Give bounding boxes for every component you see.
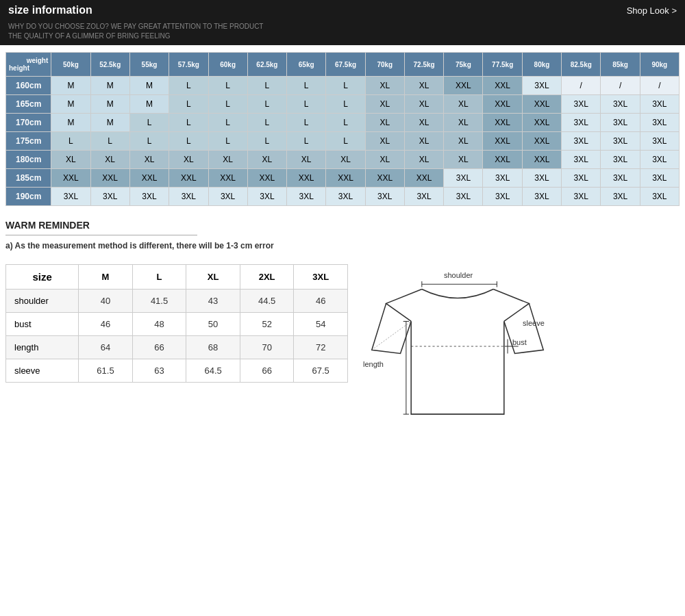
table-row: 160cmMMMLLLLLXLXLXXLXXL3XL/// <box>6 77 680 95</box>
size-cell: 50 <box>186 313 240 336</box>
garment-diagram: shoulder bust length sleeve <box>362 264 553 428</box>
page-title: size information <box>8 4 92 16</box>
size-col-2XL: 2XL <box>240 265 294 290</box>
weight-height-table-wrap: weight height 50kg52.5kg55kg57.5kg60kg62… <box>5 52 680 206</box>
table-row: 170cmMMLLLLLLXLXLXLXXLXXL3XL3XL3XL <box>6 114 680 132</box>
size-cell: 64.5 <box>186 359 240 383</box>
size-cell: 40 <box>79 290 133 313</box>
size-col-3XL: 3XL <box>294 265 348 290</box>
size-cell: 68 <box>186 336 240 359</box>
size-cell: 44.5 <box>240 290 294 313</box>
size-row-label: sleeve <box>6 359 79 383</box>
size-cell: 72 <box>294 336 348 359</box>
size-cell: 61.5 <box>79 359 133 383</box>
size-cell: 54 <box>294 313 348 336</box>
svg-line-9 <box>372 321 411 350</box>
weight-height-table: weight height 50kg52.5kg55kg57.5kg60kg62… <box>5 52 680 206</box>
subtitle: WHY DO YOU CHOOSE ZOLO? WE PAY GREAT ATT… <box>0 21 685 45</box>
size-cell: 70 <box>240 336 294 359</box>
header: size information Shop Look > <box>0 0 685 21</box>
size-cell: 64 <box>79 336 133 359</box>
size-table-row: length6466687072 <box>6 336 348 359</box>
size-row-label: bust <box>6 313 79 336</box>
size-col-L: L <box>132 265 186 290</box>
table-row: 185cmXXLXXLXXLXXLXXLXXLXXLXXLXXLXXL3XL3X… <box>6 169 680 188</box>
size-table-row: shoulder4041.54344.546 <box>6 290 348 313</box>
warm-reminder-title: WARM REMINDER <box>5 220 197 235</box>
size-row-label: shoulder <box>6 290 79 313</box>
size-table-header-row: sizeMLXL2XL3XL <box>6 265 348 290</box>
size-cell: 66 <box>240 359 294 383</box>
table-row: 175cmLLLLLLLLXLXLXLXXLXXL3XL3XL3XL <box>6 132 680 151</box>
garment-svg <box>362 264 553 428</box>
size-table-row: bust4648505254 <box>6 313 348 336</box>
bottom-section: sizeMLXL2XL3XL shoulder4041.54344.546bus… <box>5 264 680 428</box>
weight-height-header: weight height <box>6 53 51 77</box>
size-measurements-table: sizeMLXL2XL3XL shoulder4041.54344.546bus… <box>5 264 348 383</box>
table-row: 180cmXLXLXLXLXLXLXLXLXLXLXLXXLXXL3XL3XL3… <box>6 151 680 169</box>
table-row: 165cmMMMLLLLLXLXLXLXXLXXL3XL3XL3XL <box>6 95 680 114</box>
shoulder-label: shoulder <box>444 271 473 279</box>
size-cell: 67.5 <box>294 359 348 383</box>
size-col-M: M <box>79 265 133 290</box>
sleeve-label: sleeve <box>523 319 545 327</box>
size-cell: 41.5 <box>132 290 186 313</box>
size-cell: 52 <box>240 313 294 336</box>
size-row-label: length <box>6 336 79 359</box>
size-cell: 48 <box>132 313 186 336</box>
reminder-item-1: a) As the measurement method is differen… <box>5 241 680 251</box>
size-cell: 46 <box>294 290 348 313</box>
size-col-XL: XL <box>186 265 240 290</box>
size-cell: 63 <box>132 359 186 383</box>
table-header-row: weight height 50kg52.5kg55kg57.5kg60kg62… <box>6 53 680 77</box>
shop-look-link[interactable]: Shop Look > <box>627 5 677 16</box>
table-row: 190cm3XL3XL3XL3XL3XL3XL3XL3XL3XL3XL3XL3X… <box>6 188 680 206</box>
length-label: length <box>363 360 384 368</box>
subtitle-line2: THE QUALITY OF A GLIMMER OF BRING FEELIN… <box>8 31 677 41</box>
bust-label: bust <box>512 338 527 346</box>
size-table-row: sleeve61.56364.56667.5 <box>6 359 348 383</box>
subtitle-line1: WHY DO YOU CHOOSE ZOLO? WE PAY GREAT ATT… <box>8 22 677 31</box>
main-content: weight height 50kg52.5kg55kg57.5kg60kg62… <box>0 45 685 435</box>
size-cell: 46 <box>79 313 133 336</box>
size-cell: 43 <box>186 290 240 313</box>
size-cell: 66 <box>132 336 186 359</box>
size-col-header: size <box>6 265 79 290</box>
